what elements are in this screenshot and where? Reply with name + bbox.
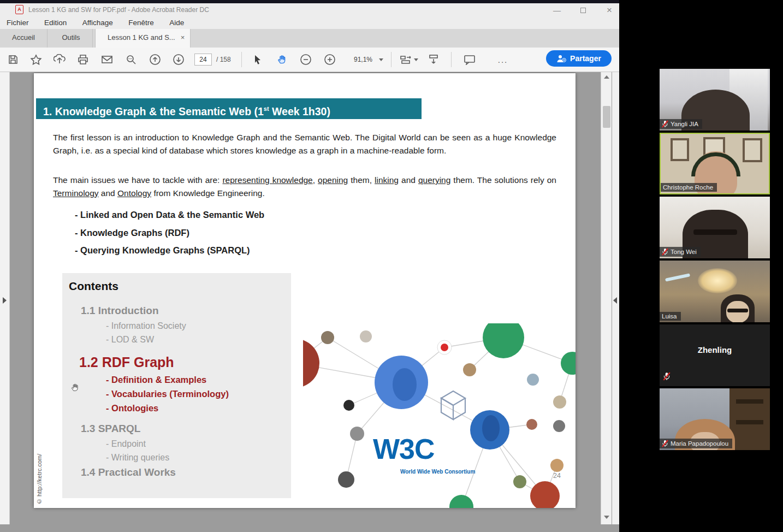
vertical-scrollbar-thumb[interactable] bbox=[603, 106, 610, 128]
p2-text: The main issues we have to tackle with a… bbox=[53, 175, 222, 185]
participant-tile[interactable]: Luisa bbox=[660, 261, 770, 322]
save-icon[interactable] bbox=[4, 51, 22, 68]
share-button[interactable]: Partager bbox=[546, 50, 612, 67]
participant-name-label: Tong Wei bbox=[660, 247, 701, 257]
toc-sub-item: - Ontologies bbox=[106, 403, 291, 413]
zoom-level-value: 91,1% bbox=[354, 56, 372, 63]
participant-name-label: Luisa bbox=[660, 312, 681, 321]
menu-edition[interactable]: Edition bbox=[38, 17, 73, 28]
document-area: 1. Knowledge Graph & the Semantic Web (1… bbox=[0, 72, 619, 524]
toolbar: / 158 91,1% ... Partager bbox=[0, 48, 619, 72]
p2-underlined: Terminology bbox=[53, 188, 99, 198]
menu-aide[interactable]: Aide bbox=[163, 17, 191, 28]
toc-section-4: 1.4 Practical Works bbox=[81, 466, 291, 478]
p2-text: them. The solutions rely on bbox=[450, 175, 556, 185]
p2-text: them, bbox=[348, 175, 375, 185]
tab-close-icon[interactable]: × bbox=[181, 33, 185, 42]
mail-icon[interactable] bbox=[98, 51, 116, 68]
slide-title-post: Week 1h30) bbox=[269, 105, 330, 117]
picture-frame bbox=[743, 138, 762, 162]
left-panel-toggle-icon[interactable] bbox=[3, 297, 7, 304]
acrobat-window: A Lesson 1 KG and SW for PDF.pdf - Adobe… bbox=[0, 0, 619, 532]
slide-bullet-list: - Linked and Open Data & the Semantic We… bbox=[75, 210, 264, 263]
participant-tile-active[interactable]: Christophe Roche bbox=[660, 133, 770, 194]
participant-tile[interactable]: Yangli JIA bbox=[660, 69, 770, 131]
page-down-icon[interactable] bbox=[170, 51, 187, 68]
tab-accueil[interactable]: Accueil bbox=[0, 29, 48, 48]
network-graph-image bbox=[303, 323, 576, 508]
hand-tool-icon[interactable] bbox=[273, 51, 290, 68]
chevron-down-icon bbox=[379, 58, 383, 61]
participant-tile[interactable]: Tong Wei bbox=[660, 197, 770, 258]
right-panel-toggle-icon[interactable] bbox=[613, 297, 617, 304]
toc-sub-item: - Endpoint bbox=[106, 439, 291, 449]
select-tool-icon[interactable] bbox=[249, 51, 266, 68]
scroll-mode-icon[interactable] bbox=[425, 51, 442, 68]
minimize-button[interactable]: — bbox=[546, 4, 568, 16]
mic-muted-icon bbox=[662, 120, 668, 128]
copyright-text: © http://ketrc.com/ bbox=[36, 421, 43, 505]
participant-name-label: Yangli JIA bbox=[660, 119, 702, 129]
p2-underlined: querying bbox=[418, 175, 450, 185]
menu-affichage[interactable]: Affichage bbox=[76, 17, 120, 28]
bullet-item: - Knowledge Graphs (RDF) bbox=[75, 228, 264, 238]
close-button[interactable]: × bbox=[598, 4, 620, 16]
zoom-level-select[interactable]: 91,1% bbox=[352, 54, 385, 66]
slide-paragraph-1: The first lesson is an introduction to K… bbox=[53, 131, 556, 157]
tab-document-label: Lesson 1 KG and S... bbox=[108, 33, 175, 42]
scroll-down-icon[interactable] bbox=[604, 516, 609, 519]
participant-name: Yangli JIA bbox=[671, 121, 698, 127]
pdf-file-icon: A bbox=[15, 5, 23, 14]
star-icon[interactable] bbox=[27, 51, 45, 68]
more-tools-icon[interactable]: ... bbox=[494, 51, 512, 68]
toc-section-2: 1.2 RDF Graph bbox=[79, 354, 291, 370]
p2-text: , bbox=[313, 175, 318, 185]
picture-frame bbox=[671, 138, 689, 161]
scroll-up-icon[interactable] bbox=[604, 75, 609, 79]
pdf-page: 1. Knowledge Graph & the Semantic Web (1… bbox=[34, 73, 576, 508]
page-up-icon[interactable] bbox=[146, 51, 164, 68]
tab-bar: Accueil Outils Lesson 1 KG and S...× ? bbox=[0, 29, 619, 48]
participant-tile[interactable]: Maria Papadopoulou bbox=[660, 388, 770, 450]
participant-name: Christophe Roche bbox=[663, 184, 713, 191]
mic-muted-icon bbox=[663, 372, 671, 383]
zoom-in-icon[interactable] bbox=[321, 51, 339, 68]
p2-underlined: representing knowledge bbox=[222, 175, 312, 185]
slide-title: 1. Knowledge Graph & the Semantic Web (1… bbox=[36, 98, 422, 119]
slide-title-pre: 1. Knowledge Graph & the Semantic Web (1 bbox=[43, 105, 264, 117]
slide-paragraph-2: The main issues we have to tackle with a… bbox=[53, 174, 556, 199]
toc-sub-item: - Information Society bbox=[106, 321, 291, 331]
menu-fichier[interactable]: Fichier bbox=[0, 17, 35, 28]
tab-outils[interactable]: Outils bbox=[50, 29, 92, 48]
participant-name-label: Maria Papadopoulou bbox=[660, 439, 732, 448]
w3c-tagline: World Wide Web Consortium bbox=[400, 469, 475, 475]
ellipsis-icon: ... bbox=[498, 55, 508, 64]
glasses bbox=[693, 229, 737, 235]
headphones bbox=[691, 152, 740, 176]
page-number-input[interactable] bbox=[194, 54, 212, 66]
p2-underlined: linking bbox=[375, 175, 399, 185]
participant-name: Tong Wei bbox=[671, 249, 697, 255]
participant-tile-camera-off[interactable]: Zhenling bbox=[660, 324, 770, 386]
zoom-out-icon[interactable] bbox=[297, 51, 315, 68]
maximize-button[interactable] bbox=[572, 4, 594, 16]
comment-icon[interactable] bbox=[461, 51, 478, 68]
fit-width-icon[interactable] bbox=[396, 51, 420, 68]
bookshelf bbox=[729, 388, 770, 450]
vertical-scrollbar[interactable] bbox=[601, 72, 612, 524]
upload-cloud-icon[interactable] bbox=[51, 51, 68, 68]
p2-text: and bbox=[99, 188, 117, 198]
person-plus-icon bbox=[556, 54, 566, 63]
slide-page-number: 24 bbox=[553, 472, 561, 480]
tab-document[interactable]: Lesson 1 KG and S...× bbox=[95, 29, 191, 48]
slide-title-sup: st bbox=[264, 105, 269, 112]
search-icon[interactable] bbox=[122, 51, 140, 68]
w3c-logo-text: W3C bbox=[373, 433, 435, 465]
print-icon[interactable] bbox=[74, 51, 92, 68]
p2-underlined: opening bbox=[318, 175, 348, 185]
p2-underlined: Ontology bbox=[117, 188, 151, 198]
title-bar[interactable]: A Lesson 1 KG and SW for PDF.pdf - Adobe… bbox=[0, 3, 619, 17]
menu-fenetre[interactable]: Fenêtre bbox=[122, 17, 161, 28]
toc-sub-item: - Writing queries bbox=[106, 453, 291, 463]
shelf bbox=[736, 420, 763, 424]
